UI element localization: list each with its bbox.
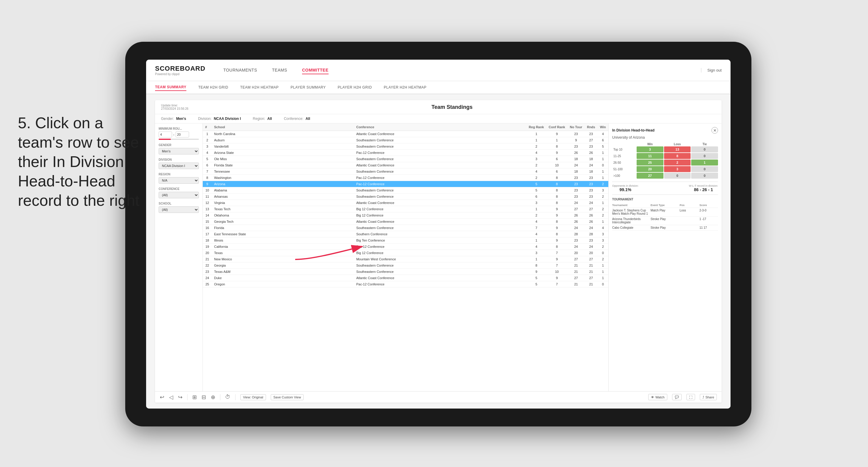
cell-reg-rank: 1 bbox=[526, 238, 546, 244]
h2h-tournament-row[interactable]: Arizona Thunderbirds Intercollegiate Str… bbox=[612, 217, 718, 225]
standings-table: # School Conference Reg Rank Conf Rank N… bbox=[203, 123, 608, 287]
clock-btn[interactable]: ⏱ bbox=[225, 394, 230, 400]
h2h-opp-label: Opponents in division: bbox=[612, 184, 639, 187]
h2h-tie-cell: 0 bbox=[691, 153, 718, 159]
cell-school: Alabama bbox=[212, 187, 354, 193]
table-row[interactable]: 19 California Pac-12 Conference 4 8 24 2… bbox=[203, 244, 608, 250]
h2h-tie-cell: 1 bbox=[691, 160, 718, 165]
nav-teams[interactable]: TEAMS bbox=[272, 66, 287, 74]
table-row[interactable]: 9 Arizona Pac-12 Conference 5 8 23 23 2 bbox=[203, 181, 608, 187]
table-row[interactable]: 11 Arkansas Southeastern Conference 6 8 … bbox=[203, 193, 608, 200]
comment-btn[interactable]: 💬 bbox=[672, 394, 682, 400]
h2h-range-label: >100 bbox=[612, 173, 636, 178]
cell-reg-rank: 1 bbox=[526, 137, 546, 144]
table-row[interactable]: 18 Illinois Big Ten Conference 1 9 23 23… bbox=[203, 238, 608, 244]
table-row[interactable]: 17 East Tennessee State Southern Confere… bbox=[203, 231, 608, 238]
table-row[interactable]: 24 Duke Atlantic Coast Conference 5 9 27… bbox=[203, 275, 608, 281]
h2h-tournament-row[interactable]: Cabo Collegiate Stroke Play 11 17 bbox=[612, 225, 718, 230]
table-row[interactable]: 13 Texas Tech Big 12 Conference 1 9 27 2… bbox=[203, 206, 608, 212]
subnav-player-h2h-heatmap[interactable]: PLAYER H2H HEATMAP bbox=[384, 84, 426, 91]
h2h-win-cell: 20 bbox=[637, 166, 663, 172]
filter-region-value: All bbox=[268, 117, 272, 121]
h2h-tournament-row[interactable]: Jackson T. Stephens Cup Men's Match-Play… bbox=[612, 208, 718, 217]
view-original-btn[interactable]: View: Original bbox=[240, 394, 266, 400]
undo-btn[interactable]: ↩ bbox=[160, 394, 164, 401]
table-row[interactable]: 16 Florida Southeastern Conference 7 9 2… bbox=[203, 225, 608, 231]
table-row[interactable]: 25 Oregon Pac-12 Conference 5 7 21 21 0 bbox=[203, 281, 608, 287]
table-row[interactable]: 6 Florida State Atlantic Coast Conferenc… bbox=[203, 162, 608, 168]
cell-win: 3 bbox=[597, 187, 608, 193]
table-row[interactable]: 10 Alabama Southeastern Conference 5 8 2… bbox=[203, 187, 608, 193]
table-row[interactable]: 15 Georgia Tech Atlantic Coast Conferenc… bbox=[203, 219, 608, 225]
cell-reg-rank: 4 bbox=[526, 219, 546, 225]
share-icon: ⤴ bbox=[703, 396, 704, 399]
table-row[interactable]: 14 Oklahoma Big 12 Conference 2 9 26 26 … bbox=[203, 212, 608, 219]
table-row[interactable]: 2 Auburn Southeastern Conference 1 1 9 2… bbox=[203, 137, 608, 144]
rounds-slider-track[interactable] bbox=[159, 139, 199, 140]
redo-btn[interactable]: ↪ bbox=[178, 394, 183, 401]
region-select[interactable]: N/A bbox=[159, 177, 199, 184]
subnav-player-h2h-grid[interactable]: PLAYER H2H GRID bbox=[338, 84, 372, 91]
table-row[interactable]: 8 Washington Pac-12 Conference 2 8 23 23… bbox=[203, 175, 608, 181]
cell-school: Arizona State bbox=[212, 150, 354, 156]
table-row[interactable]: 4 Arizona State Pac-12 Conference 4 9 26… bbox=[203, 150, 608, 156]
table-row[interactable]: 21 New Mexico Mountain West Conference 1… bbox=[203, 256, 608, 262]
paste-btn[interactable]: ⊟ bbox=[202, 394, 206, 401]
watch-btn[interactable]: 👁 Watch bbox=[648, 394, 667, 400]
division-select[interactable]: NCAA Division I bbox=[159, 162, 199, 169]
step-back-btn[interactable]: ◁ bbox=[169, 394, 173, 401]
cell-rnds: 26 bbox=[584, 212, 597, 219]
sign-out-btn[interactable]: Sign out bbox=[701, 68, 722, 72]
subnav-team-h2h-grid[interactable]: TEAM H2H GRID bbox=[198, 84, 228, 91]
top-nav: SCOREBOARD Powered by clippd TOURNAMENTS… bbox=[146, 60, 731, 81]
cell-reg-rank: 4 bbox=[526, 168, 546, 175]
cell-win: 1 bbox=[597, 262, 608, 269]
cell-win: 2 bbox=[597, 212, 608, 219]
cell-reg-rank: 4 bbox=[526, 150, 546, 156]
cell-conference: Pac-12 Conference bbox=[354, 181, 527, 187]
table-row[interactable]: 3 Vanderbilt Southeastern Conference 2 8… bbox=[203, 144, 608, 150]
copy-btn[interactable]: ⊞ bbox=[192, 394, 197, 401]
min-rounds-input[interactable] bbox=[159, 131, 172, 137]
save-custom-btn[interactable]: Save Custom View bbox=[271, 394, 304, 400]
subnav-team-summary[interactable]: TEAM SUMMARY bbox=[155, 84, 186, 91]
max-rounds-input[interactable] bbox=[176, 131, 189, 137]
expand-btn[interactable]: ⛶ bbox=[686, 394, 695, 400]
more-btn[interactable]: ⊕ bbox=[211, 394, 215, 401]
subnav-team-h2h-heatmap[interactable]: TEAM H2H HEATMAP bbox=[240, 84, 279, 91]
table-row[interactable]: 23 Texas A&M Southeastern Conference 9 1… bbox=[203, 269, 608, 275]
cell-no-tour: 18 bbox=[567, 168, 584, 175]
table-row[interactable]: 22 Georgia Southeastern Conference 8 7 2… bbox=[203, 262, 608, 269]
cell-rnds: 18 bbox=[584, 168, 597, 175]
cell-rnds: 27 bbox=[584, 256, 597, 262]
conference-select[interactable]: (All) bbox=[159, 192, 199, 198]
toolbar-right: 👁 Watch 💬 ⛶ ⤴ Share bbox=[648, 394, 717, 400]
subnav-player-summary[interactable]: PLAYER SUMMARY bbox=[291, 84, 326, 91]
cell-win: 2 bbox=[597, 181, 608, 187]
cell-num: 18 bbox=[203, 238, 212, 244]
cell-school: Oklahoma bbox=[212, 212, 354, 219]
cell-school: Florida bbox=[212, 225, 354, 231]
save-custom-label: Save Custom View bbox=[273, 396, 301, 399]
gender-select[interactable]: Men's bbox=[159, 148, 199, 154]
table-row[interactable]: 7 Tennessee Southeastern Conference 4 6 … bbox=[203, 168, 608, 175]
cell-num: 9 bbox=[203, 181, 212, 187]
cell-num: 20 bbox=[203, 250, 212, 256]
cell-reg-rank: 2 bbox=[526, 175, 546, 181]
cell-conference: Atlantic Coast Conference bbox=[354, 131, 527, 137]
nav-tournaments[interactable]: TOURNAMENTS bbox=[223, 66, 257, 74]
share-btn[interactable]: ⤴ Share bbox=[700, 394, 717, 400]
nav-committee[interactable]: COMMITTEE bbox=[302, 66, 329, 74]
table-row[interactable]: 12 Virginia Atlantic Coast Conference 3 … bbox=[203, 200, 608, 206]
h2h-close-btn[interactable]: ✕ bbox=[711, 127, 718, 134]
cell-rnds: 23 bbox=[584, 193, 597, 200]
h2h-range-row: 26-50 25 2 1 bbox=[612, 160, 718, 165]
table-row[interactable]: 5 Ole Miss Southeastern Conference 3 6 1… bbox=[203, 156, 608, 162]
cell-num: 12 bbox=[203, 200, 212, 206]
cell-no-tour: 21 bbox=[567, 269, 584, 275]
table-row[interactable]: 1 North Carolina Atlantic Coast Conferen… bbox=[203, 131, 608, 137]
cell-conf-rank: 8 bbox=[546, 187, 567, 193]
table-row[interactable]: 20 Texas Big 12 Conference 3 7 20 20 0 bbox=[203, 250, 608, 256]
school-select[interactable]: (All) bbox=[159, 206, 199, 213]
cell-no-tour: 23 bbox=[567, 131, 584, 137]
